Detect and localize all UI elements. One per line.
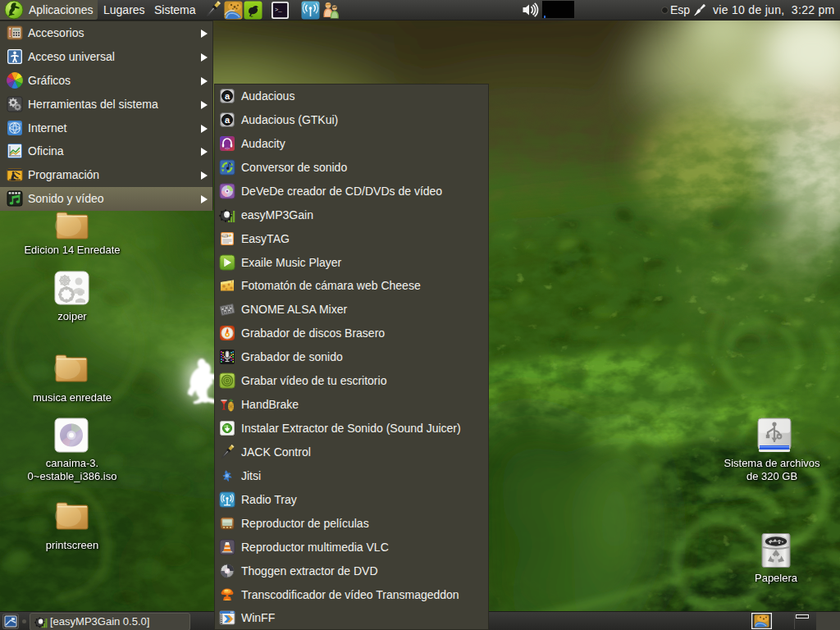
svg-text:>_: >_ bbox=[275, 7, 282, 13]
svg-text:a: a bbox=[225, 115, 231, 125]
svg-text:a: a bbox=[225, 91, 231, 101]
svg-text:EasyTAG: EasyTAG bbox=[221, 235, 230, 238]
